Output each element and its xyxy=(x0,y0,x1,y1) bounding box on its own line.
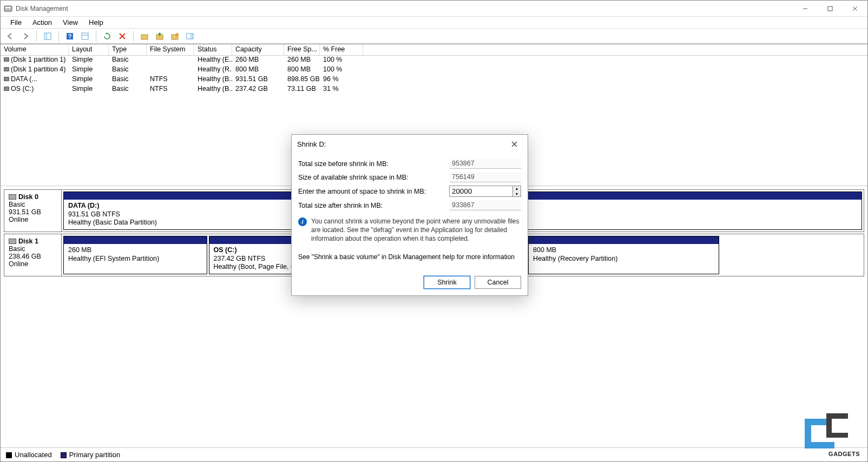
toolbar: ? xyxy=(1,29,867,44)
forward-button[interactable] xyxy=(20,31,31,42)
partition[interactable]: 800 MBHealthy (Recovery Partition) xyxy=(528,236,719,274)
shrink-dialog: Shrink D: Total size before shrink in MB… xyxy=(291,134,528,296)
label-total-before: Total size before shrink in MB: xyxy=(298,160,450,168)
dialog-title: Shrink D: xyxy=(297,140,326,148)
menu-action[interactable]: Action xyxy=(27,17,57,28)
legend-unallocated: Unallocated xyxy=(6,451,52,459)
new-volume-icon[interactable] xyxy=(139,31,150,42)
minimize-button[interactable] xyxy=(793,1,818,17)
spin-down-button[interactable]: ▼ xyxy=(513,192,521,197)
menu-bar: File Action View Help xyxy=(1,17,867,29)
volume-list-header: Volume Layout Type File System Status Ca… xyxy=(1,44,867,56)
legend-primary: Primary partition xyxy=(61,451,121,459)
window-title: Disk Management xyxy=(16,5,68,12)
legend: Unallocated Primary partition xyxy=(1,447,867,461)
svg-rect-19 xyxy=(190,34,193,39)
col-status[interactable]: Status xyxy=(194,44,232,55)
col-capacity[interactable]: Capacity xyxy=(232,44,284,55)
svg-rect-14 xyxy=(141,35,148,39)
show-hide-tree-icon[interactable] xyxy=(42,31,53,42)
cancel-button[interactable]: Cancel xyxy=(475,276,521,289)
help-text: See "Shrink a basic volume" in Disk Mana… xyxy=(298,253,521,261)
col-free[interactable]: Free Sp... xyxy=(284,44,320,55)
table-row[interactable]: (Disk 1 partition 1)SimpleBasicHealthy (… xyxy=(1,56,867,65)
col-filesystem[interactable]: File System xyxy=(147,44,194,55)
watermark-logo xyxy=(805,413,864,453)
close-button[interactable] xyxy=(843,1,867,17)
value-total-after: 933867 xyxy=(450,200,521,210)
svg-rect-25 xyxy=(832,419,853,433)
value-available: 756149 xyxy=(450,172,521,182)
label-total-after: Total size after shrink in MB: xyxy=(298,202,450,209)
table-row[interactable]: (Disk 1 partition 4)SimpleBasicHealthy (… xyxy=(1,65,867,75)
svg-rect-1 xyxy=(5,7,11,8)
settings-icon[interactable] xyxy=(185,31,195,42)
value-total-before: 953867 xyxy=(450,159,521,169)
svg-text:?: ? xyxy=(68,33,72,39)
shrink-amount-input[interactable] xyxy=(449,186,513,197)
help-icon[interactable]: ? xyxy=(64,31,75,42)
svg-rect-6 xyxy=(44,33,51,39)
col-layout[interactable]: Layout xyxy=(69,44,109,55)
menu-help[interactable]: Help xyxy=(83,17,109,28)
menu-file[interactable]: File xyxy=(5,17,27,28)
shrink-button[interactable]: Shrink xyxy=(424,276,470,289)
delete-icon[interactable] xyxy=(117,31,128,42)
label-available: Size of available shrink space in MB: xyxy=(298,174,450,181)
back-button[interactable] xyxy=(5,31,16,42)
col-pct[interactable]: % Free xyxy=(320,44,363,55)
svg-rect-0 xyxy=(4,6,12,11)
maximize-button[interactable] xyxy=(818,1,843,17)
refresh-icon[interactable] xyxy=(102,31,113,42)
svg-point-17 xyxy=(175,33,179,36)
info-icon: i xyxy=(298,217,307,226)
menu-view[interactable]: View xyxy=(57,17,83,28)
svg-rect-3 xyxy=(828,6,832,11)
watermark-text: GADGETS xyxy=(828,451,860,457)
col-volume[interactable]: Volume xyxy=(1,44,69,55)
table-row[interactable]: OS (C:)SimpleBasicNTFSHealthy (B...237.4… xyxy=(1,85,867,95)
table-row[interactable]: DATA (...SimpleBasicNTFSHealthy (B...931… xyxy=(1,75,867,85)
svg-rect-10 xyxy=(82,33,88,39)
app-icon xyxy=(4,4,12,13)
properties-icon[interactable] xyxy=(80,31,90,42)
info-text: You cannot shrink a volume beyond the po… xyxy=(311,217,521,243)
disk-info[interactable]: Disk 1Basic238.46 GBOnline xyxy=(4,234,62,276)
spin-up-button[interactable]: ▲ xyxy=(513,186,521,192)
partition[interactable]: 260 MBHealthy (EFI System Partition) xyxy=(63,236,207,274)
label-shrink-amount: Enter the amount of space to shrink in M… xyxy=(298,188,449,195)
dialog-title-bar[interactable]: Shrink D: xyxy=(292,135,528,153)
dialog-close-button[interactable] xyxy=(506,136,522,151)
disk-info[interactable]: Disk 0Basic931.51 GBOnline xyxy=(4,190,62,232)
detach-vhd-icon[interactable] xyxy=(169,31,180,42)
title-bar: Disk Management xyxy=(1,1,867,17)
col-type[interactable]: Type xyxy=(109,44,147,55)
attach-vhd-icon[interactable] xyxy=(154,31,165,42)
